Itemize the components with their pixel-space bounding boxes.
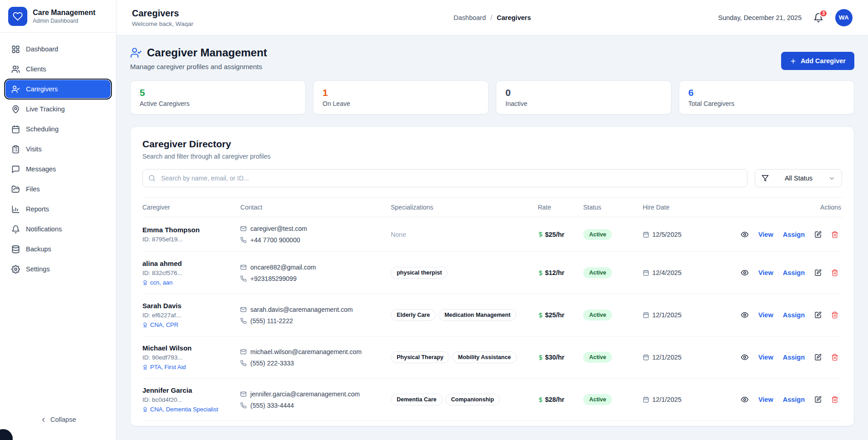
edit-icon[interactable] bbox=[814, 311, 822, 319]
eye-icon[interactable] bbox=[741, 269, 749, 277]
edit-icon[interactable] bbox=[814, 396, 822, 403]
eye-icon[interactable] bbox=[741, 311, 749, 319]
caregiver-phone: (555) 111-2222 bbox=[240, 317, 387, 325]
sidebar-item-backups[interactable]: Backups bbox=[5, 240, 111, 258]
bell-icon bbox=[11, 225, 20, 234]
view-link[interactable]: View bbox=[758, 311, 773, 319]
chevron-down-icon bbox=[828, 175, 835, 182]
specialization-pill: Mobility Assistance bbox=[452, 351, 517, 363]
sidebar-item-caregivers[interactable]: Caregivers bbox=[5, 80, 111, 98]
caregiver-email: sarah.davis@caremanagement.com bbox=[240, 306, 387, 313]
sidebar-item-dashboard[interactable]: Dashboard bbox=[5, 40, 111, 58]
topbar-heading: Caregivers Welcome back, Waqar bbox=[132, 8, 193, 27]
view-link[interactable]: View bbox=[758, 269, 773, 276]
edit-icon[interactable] bbox=[814, 269, 822, 276]
sidebar-item-visits[interactable]: Visits bbox=[5, 140, 111, 158]
chevron-left-icon bbox=[40, 416, 47, 423]
view-link[interactable]: View bbox=[758, 396, 773, 403]
sidebar-item-live-tracking[interactable]: Live Tracking bbox=[5, 100, 111, 118]
caregiver-rate: $25/hr bbox=[538, 311, 580, 319]
sidebar-item-scheduling[interactable]: Scheduling bbox=[5, 120, 111, 138]
sidebar: Care Management Admin Dashboard Dashboar… bbox=[0, 0, 116, 440]
mail-icon bbox=[240, 264, 247, 270]
row-actions: View Assign bbox=[720, 311, 838, 319]
user-check-icon bbox=[130, 47, 142, 59]
sidebar-item-settings[interactable]: Settings bbox=[5, 260, 111, 278]
caregiver-email: jennifer.garcia@caremanagement.com bbox=[240, 390, 387, 398]
caregiver-id: ID: 832cf576... bbox=[142, 270, 237, 276]
status-filter-value: All Status bbox=[772, 175, 825, 182]
stat-value: 6 bbox=[688, 87, 845, 99]
stat-value: 5 bbox=[140, 87, 296, 99]
caregiver-certifications: CNA, CPR bbox=[142, 321, 237, 328]
dollar-icon bbox=[538, 312, 544, 318]
stat-label: Inactive bbox=[505, 100, 662, 107]
eye-icon[interactable] bbox=[741, 395, 749, 404]
caregiver-name: Sarah Davis bbox=[142, 302, 237, 310]
sidebar-item-clients[interactable]: Clients bbox=[5, 60, 111, 78]
breadcrumb-caregivers: Caregivers bbox=[497, 14, 531, 21]
user-avatar[interactable]: WA bbox=[835, 9, 853, 26]
delete-icon[interactable] bbox=[831, 269, 838, 276]
table-row: Jennifer Garcia ID: bc0d4f20... CNA, Dem… bbox=[142, 379, 842, 421]
phone-icon bbox=[240, 360, 247, 366]
plus-icon bbox=[790, 58, 797, 65]
calendar-icon bbox=[643, 312, 649, 318]
caregiver-id: ID: 90edf793... bbox=[142, 354, 237, 361]
view-link[interactable]: View bbox=[758, 231, 773, 238]
table-row: alina ahmed ID: 832cf576... ccn, aan onc… bbox=[142, 252, 842, 294]
sidebar-item-label: Visits bbox=[26, 145, 41, 153]
assign-link[interactable]: Assign bbox=[783, 231, 805, 238]
caregiver-rate: $25/hr bbox=[538, 231, 580, 238]
caregiver-rate: $28/hr bbox=[538, 396, 580, 403]
hire-date: 12/1/2025 bbox=[643, 311, 716, 319]
sidebar-collapse-button[interactable]: Collapse bbox=[5, 411, 111, 428]
sidebar-item-label: Dashboard bbox=[26, 45, 58, 53]
assign-link[interactable]: Assign bbox=[783, 396, 805, 403]
page-head: Caregiver Management Manage caregiver pr… bbox=[130, 46, 854, 70]
hire-date: 12/5/2025 bbox=[643, 231, 716, 238]
sidebar-item-label: Clients bbox=[26, 65, 46, 73]
assign-link[interactable]: Assign bbox=[783, 354, 805, 361]
search-icon bbox=[148, 175, 156, 182]
collapse-label: Collapse bbox=[50, 416, 76, 423]
eye-icon[interactable] bbox=[741, 230, 749, 239]
caregiver-id: ID: 8795ef19... bbox=[142, 236, 237, 243]
hire-date: 12/4/2025 bbox=[643, 269, 716, 276]
caregiver-certifications: PTA, First Aid bbox=[142, 364, 237, 370]
delete-icon[interactable] bbox=[831, 311, 838, 319]
phone-icon bbox=[240, 318, 247, 324]
add-caregiver-button[interactable]: Add Caregiver bbox=[781, 52, 854, 70]
assign-link[interactable]: Assign bbox=[783, 311, 805, 319]
delete-icon[interactable] bbox=[831, 231, 838, 238]
eye-icon[interactable] bbox=[741, 353, 749, 361]
mail-icon bbox=[240, 349, 247, 355]
sidebar-item-notifications[interactable]: Notifications bbox=[5, 220, 111, 238]
sidebar-item-messages[interactable]: Messages bbox=[5, 160, 111, 178]
status-filter-dropdown[interactable]: All Status bbox=[755, 169, 842, 187]
stats-row: 5 Active Caregivers 1 On Leave 0 Inactiv… bbox=[130, 80, 854, 115]
view-link[interactable]: View bbox=[758, 354, 773, 361]
settings-icon bbox=[11, 265, 20, 274]
caregiver-phone: +44 7700 900000 bbox=[240, 236, 387, 244]
mail-icon bbox=[240, 306, 247, 313]
notifications-bell-button[interactable]: 3 bbox=[813, 13, 823, 23]
dollar-icon bbox=[538, 355, 544, 360]
edit-icon[interactable] bbox=[814, 354, 822, 361]
sidebar-item-label: Settings bbox=[26, 265, 50, 273]
column-header-caregiver: Caregiver bbox=[142, 198, 240, 217]
main-area: Caregivers Welcome back, Waqar Dashboard… bbox=[116, 0, 868, 440]
award-icon bbox=[142, 407, 148, 412]
delete-icon[interactable] bbox=[831, 354, 838, 361]
calendar-icon bbox=[643, 354, 649, 360]
delete-icon[interactable] bbox=[831, 396, 838, 403]
sidebar-item-reports[interactable]: Reports bbox=[5, 200, 111, 218]
breadcrumb-dashboard[interactable]: Dashboard bbox=[454, 14, 486, 21]
award-icon bbox=[142, 280, 148, 285]
edit-icon[interactable] bbox=[814, 231, 822, 238]
assign-link[interactable]: Assign bbox=[783, 269, 805, 276]
search-input[interactable] bbox=[142, 169, 747, 187]
status-badge: Active bbox=[583, 267, 612, 278]
sidebar-item-files[interactable]: Files bbox=[5, 180, 111, 198]
hire-date: 12/1/2025 bbox=[643, 354, 716, 361]
